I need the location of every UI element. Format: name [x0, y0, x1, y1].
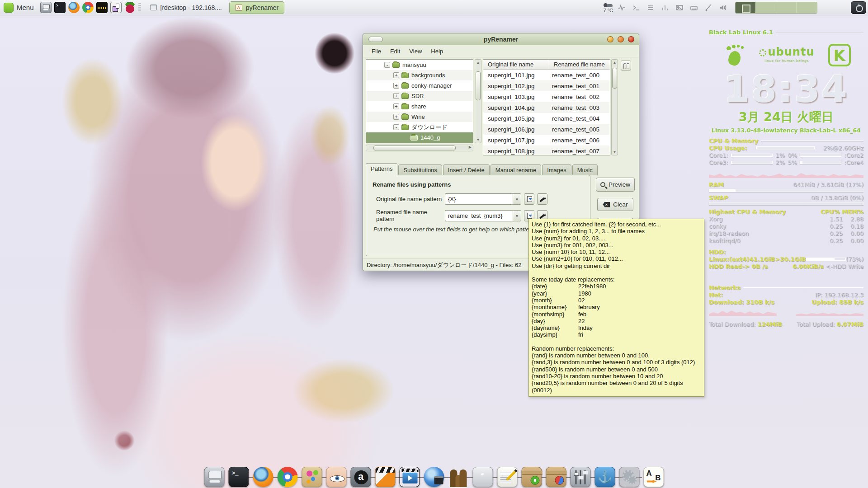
dock-terminal-icon[interactable]: >_ [229, 467, 249, 487]
expander-icon[interactable]: + [393, 83, 399, 89]
dock-package-manager-icon[interactable] [546, 467, 566, 487]
close-button[interactable] [628, 36, 634, 42]
maximize-button[interactable] [618, 36, 624, 42]
tree-row-wine[interactable]: +Wine [366, 112, 473, 122]
file-row[interactable]: supergirl_104.jpg rename_test_003 [483, 102, 610, 113]
window-titlebar[interactable]: pyRenamer [363, 33, 639, 45]
tab-insert-delete[interactable]: Insert / Delete [443, 164, 490, 175]
dock-a-logo-icon[interactable]: a [351, 467, 371, 487]
sdr-device-launcher-icon[interactable] [110, 2, 122, 13]
menu-button[interactable]: Menu [0, 0, 38, 15]
original-pattern-input[interactable]: {X} [445, 193, 513, 205]
power-button[interactable] [851, 1, 866, 14]
menu-lines-icon[interactable] [646, 4, 655, 12]
terminal-launcher-icon[interactable]: >_ [54, 2, 66, 13]
expander-icon[interactable]: + [393, 103, 399, 109]
menu-help[interactable]: Help [427, 46, 447, 56]
dock-firefox-icon[interactable] [253, 467, 274, 487]
dropdown-arrow-icon[interactable]: ▼ [513, 193, 521, 205]
date-token: {monthname} [532, 304, 578, 310]
tree-row-conky-manager[interactable]: +conky-manager [366, 80, 473, 91]
dropdown-arrow-icon[interactable]: ▼ [513, 210, 521, 221]
tree-row-sdr[interactable]: +SDR [366, 91, 473, 101]
firefox-launcher-icon[interactable] [68, 2, 80, 13]
file-row[interactable]: supergirl_107.jpg rename_test_006 [483, 135, 610, 145]
tab-substitutions[interactable]: Substitutions [398, 164, 442, 175]
raspberry-pi-launcher-icon[interactable] [124, 2, 136, 13]
tab-manual-rename[interactable]: Manual rename [491, 164, 541, 175]
dock-openshot-icon[interactable] [375, 467, 396, 487]
tree-vertical-scrollbar[interactable]: ▲▼ [475, 59, 481, 143]
taskbar-item-rdesktop[interactable]: [rdesktop - 192.168.... [145, 1, 227, 14]
dock-image-editor-icon[interactable] [302, 467, 322, 487]
dock-kvm-icon[interactable] [204, 467, 225, 487]
file-list-scrollbar[interactable]: ▲▼ [611, 59, 618, 155]
dock-pyrenamer-icon[interactable]: AB [644, 467, 664, 487]
expander-icon[interactable]: + [393, 72, 399, 78]
workspace-3[interactable] [776, 2, 797, 13]
expander-icon[interactable]: + [393, 114, 399, 120]
tree-row-mansyuu[interactable]: -mansyuu [366, 60, 473, 70]
pattern-preset-button[interactable] [524, 193, 534, 205]
kvm-launcher-icon[interactable] [40, 2, 52, 13]
workspace-2[interactable] [756, 2, 776, 13]
dock-video-player-icon[interactable] [400, 467, 420, 487]
screenshot-icon[interactable] [675, 4, 684, 12]
tab-images[interactable]: Images [542, 164, 571, 175]
tree-horizontal-scrollbar[interactable]: ◀▶ [366, 145, 473, 151]
dock-eye-viewer-icon[interactable] [326, 467, 347, 487]
volume-icon[interactable] [719, 4, 727, 12]
distro-logos: ubuntu linux for human beings K [709, 42, 863, 68]
file-row[interactable]: supergirl_101.jpg rename_test_000 [483, 70, 610, 80]
tab-patterns[interactable]: Patterns [366, 163, 397, 175]
chrome-launcher-icon[interactable] [82, 2, 94, 13]
dock-settings-gears-icon[interactable] [619, 467, 640, 487]
dock-docky-anchor-icon[interactable]: ⚓ [595, 467, 615, 487]
dock-mixer-icon[interactable] [571, 467, 591, 487]
clear-button[interactable]: × Clear [597, 198, 633, 211]
bar-chart-icon[interactable] [661, 4, 669, 12]
file-row[interactable]: supergirl_102.jpg rename_test_001 [483, 80, 610, 91]
dock-camera-icon[interactable] [473, 467, 493, 487]
tree-row-backgrounds[interactable]: +backgrounds [366, 70, 473, 80]
column-original[interactable]: Original file name [483, 60, 549, 69]
minimize-button[interactable] [607, 36, 613, 42]
workspace-1[interactable] [736, 2, 756, 13]
scrollbar-thumb[interactable] [373, 145, 456, 150]
dock-cathedral-icon[interactable] [448, 467, 469, 487]
menu-edit[interactable]: Edit [386, 46, 404, 56]
dock-text-editor-icon[interactable] [497, 467, 518, 487]
dock-chrome-icon[interactable] [278, 467, 298, 487]
scrollbar-thumb[interactable] [612, 68, 617, 89]
tree-row-share[interactable]: +share [366, 101, 473, 112]
file-row[interactable]: supergirl_106.jpg rename_test_005 [483, 124, 610, 135]
taskbar-item-pyrenamer[interactable]: A pyRenamer [229, 1, 284, 14]
workspace-4[interactable] [797, 2, 817, 13]
oscilloscope-launcher-icon[interactable] [96, 2, 108, 13]
expander-icon[interactable]: - [384, 62, 390, 68]
renamed-pattern-input[interactable]: rename_test_{num3} [445, 210, 513, 221]
menu-view[interactable]: View [405, 46, 426, 56]
menu-file[interactable]: File [368, 46, 385, 56]
dock-package-installer-icon[interactable] [522, 467, 542, 487]
keyboard-icon[interactable] [690, 4, 698, 12]
activity-icon[interactable] [618, 4, 626, 12]
expander-icon[interactable]: - [393, 124, 399, 130]
weather-applet[interactable]: 7 °C [603, 2, 613, 13]
column-renamed[interactable]: Renamed file name [549, 60, 608, 69]
tree-row-downloads[interactable]: -ダウンロード [366, 122, 473, 132]
prompt-icon[interactable] [632, 4, 640, 12]
window-menu-pill-button[interactable] [368, 37, 383, 42]
column-options-button[interactable] [621, 61, 631, 70]
tree-row-1440g-selected[interactable]: 1440_g [366, 132, 473, 143]
dock-web-video-icon[interactable] [424, 467, 444, 487]
file-row[interactable]: supergirl_108.jpg rename_test_007 [483, 145, 610, 155]
expander-icon[interactable]: + [393, 93, 399, 99]
pattern-edit-button[interactable] [537, 193, 547, 205]
file-row[interactable]: supergirl_105.jpg rename_test_004 [483, 113, 610, 124]
file-row[interactable]: supergirl_103.jpg rename_test_002 [483, 91, 610, 102]
stylus-icon[interactable] [704, 4, 712, 12]
preview-button[interactable]: Preview [596, 178, 635, 192]
scrollbar-thumb[interactable] [476, 71, 481, 100]
tab-music[interactable]: Music [572, 164, 598, 175]
